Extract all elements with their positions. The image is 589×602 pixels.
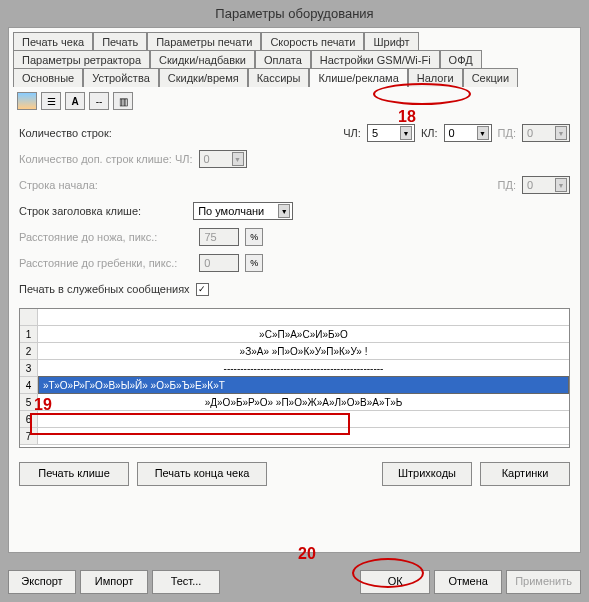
grid-header [20, 309, 569, 326]
chevron-down-icon: ▼ [400, 126, 412, 140]
knife-input: 75 [199, 228, 239, 246]
extra-lines-label: Количество доп. строк клише: ЧЛ: [19, 153, 193, 165]
dash-icon[interactable]: -- [89, 92, 109, 110]
header-select[interactable]: По умолчани▼ [193, 202, 293, 220]
tab-cashiers[interactable]: Кассиры [248, 68, 310, 87]
picture-icon[interactable] [17, 92, 37, 110]
comb-label: Расстояние до гребенки, пикс.: [19, 257, 177, 269]
annotation-20: 20 [298, 545, 316, 563]
tab-strip: Печать чека Печать Параметры печати Скор… [9, 28, 580, 87]
knife-label: Расстояние до ножа, пикс.: [19, 231, 157, 243]
chevron-down-icon: ▼ [477, 126, 489, 140]
print-end-button[interactable]: Печать конца чека [137, 462, 267, 486]
comb-stepper: % [245, 254, 263, 272]
chevron-down-icon: ▼ [555, 126, 567, 140]
tab-print[interactable]: Печать [93, 32, 147, 51]
tab-sections[interactable]: Секции [463, 68, 518, 87]
cancel-button[interactable]: Отмена [434, 570, 502, 594]
text-icon[interactable]: ☰ [41, 92, 61, 110]
export-button[interactable]: Экспорт [8, 570, 76, 594]
annotation-oval-20 [352, 558, 424, 588]
tab-main[interactable]: Основные [13, 68, 83, 87]
chl-select[interactable]: 5▼ [367, 124, 415, 142]
annotation-rect-19 [30, 413, 350, 435]
tab-gsm[interactable]: Настройки GSM/Wi-Fi [311, 50, 440, 69]
chl-label: ЧЛ: [343, 127, 361, 139]
service-print-checkbox[interactable]: ✓ [196, 283, 209, 296]
import-button[interactable]: Импорт [80, 570, 148, 594]
pictures-button[interactable]: Картинки [480, 462, 570, 486]
table-row[interactable]: 5»Д»О»Б»Р»О» »П»О»Ж»А»Л»О»В»А»Т»Ь [20, 394, 569, 411]
barcode-icon[interactable]: ▥ [113, 92, 133, 110]
chevron-down-icon: ▼ [555, 178, 567, 192]
table-row[interactable]: 4»Т»О»Р»Г»О»В»Ы»Й» »О»Б»Ъ»Е»К»Т [20, 377, 569, 394]
tab-devices[interactable]: Устройства [83, 68, 159, 87]
annotation-19: 19 [34, 396, 52, 414]
comb-input: 0 [199, 254, 239, 272]
knife-stepper: % [245, 228, 263, 246]
chevron-down-icon: ▼ [232, 152, 244, 166]
extra-select: 0▼ [199, 150, 247, 168]
tab-print-params[interactable]: Параметры печати [147, 32, 261, 51]
chevron-down-icon: ▼ [278, 204, 290, 218]
start-line-label: Строка начала: [19, 179, 98, 191]
tab-retractor[interactable]: Параметры ретрактора [13, 50, 150, 69]
tab-font[interactable]: Шрифт [364, 32, 418, 51]
start-pd-select: 0▼ [522, 176, 570, 194]
bold-icon[interactable]: A [65, 92, 85, 110]
kl-select[interactable]: 0▼ [444, 124, 492, 142]
header-lines-label: Строк заголовка клише: [19, 205, 141, 217]
barcodes-button[interactable]: Штрихкоды [382, 462, 472, 486]
pd-select: 0▼ [522, 124, 570, 142]
tab-ofd[interactable]: ОФД [440, 50, 482, 69]
apply-button: Применить [506, 570, 581, 594]
table-row[interactable]: 2»З»А» »П»О»К»У»П»К»У» ! [20, 343, 569, 360]
tab-print-speed[interactable]: Скорость печати [261, 32, 364, 51]
table-row[interactable]: 1»С»П»А»С»И»Б»О [20, 326, 569, 343]
tab-discounts[interactable]: Скидки/надбавки [150, 50, 255, 69]
annotation-oval-18 [373, 83, 471, 105]
table-row[interactable]: 3---------------------------------------… [20, 360, 569, 377]
print-klishe-button[interactable]: Печать клише [19, 462, 129, 486]
service-print-label: Печать в служебных сообщениях [19, 283, 190, 295]
tab-discounts-time[interactable]: Скидки/время [159, 68, 248, 87]
lines-label: Количество строк: [19, 127, 112, 139]
window-title: Параметры оборудования [0, 0, 589, 27]
tab-print-receipt[interactable]: Печать чека [13, 32, 93, 51]
test-button[interactable]: Тест... [152, 570, 220, 594]
kl-label: КЛ: [421, 127, 438, 139]
start-pd-label: ПД: [498, 179, 516, 191]
annotation-18: 18 [398, 108, 416, 126]
pd-label: ПД: [498, 127, 516, 139]
tab-payment[interactable]: Оплата [255, 50, 311, 69]
